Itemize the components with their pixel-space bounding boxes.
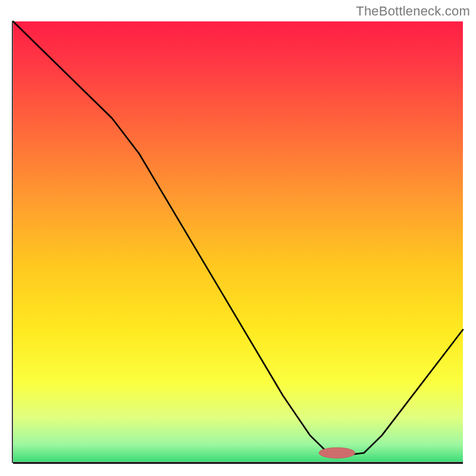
watermark-text: TheBottleneck.com	[356, 4, 470, 19]
chart-container: TheBottleneck.com	[0, 0, 476, 476]
optimal-marker	[319, 447, 355, 458]
plot-area	[12, 20, 464, 464]
bottleneck-chart	[12, 20, 464, 464]
